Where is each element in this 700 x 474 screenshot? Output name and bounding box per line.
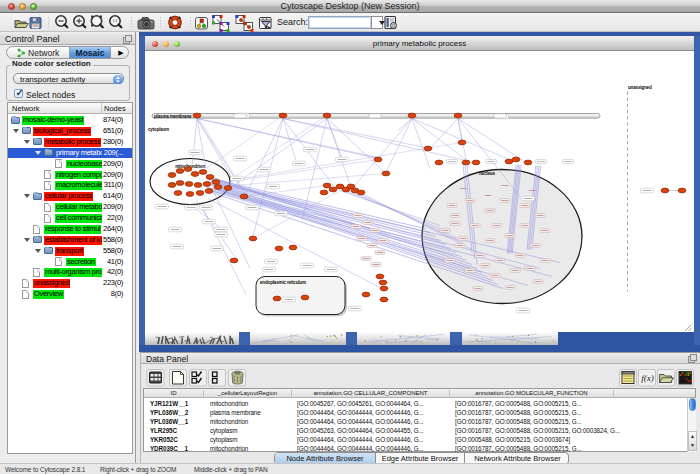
svg-text:cytoplasm: cytoplasm	[148, 126, 169, 131]
svg-text:plasma membrane: plasma membrane	[154, 113, 192, 118]
svg-text:endoplasmic reticulum: endoplasmic reticulum	[260, 280, 306, 285]
svg-text:unassigned: unassigned	[628, 84, 652, 89]
svg-text:f(x): f(x)	[641, 373, 654, 383]
svg-text:nucleus: nucleus	[479, 171, 496, 176]
svg-text:1:1: 1:1	[113, 19, 118, 23]
